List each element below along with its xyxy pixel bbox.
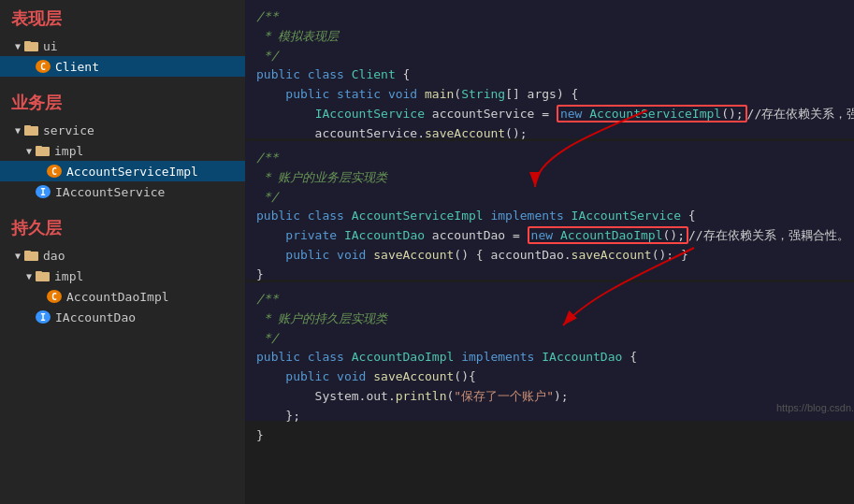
tree-item-impl[interactable]: ▼ impl	[0, 140, 245, 161]
code-block-presentation: /** * 模拟表现层 */ public class Client { pub…	[245, 0, 854, 138]
tree-label-dao: dao	[43, 249, 65, 263]
svg-rect-7	[24, 251, 31, 253]
presentation-tree: ▼ ui C Client	[0, 34, 245, 79]
interface-icon-ias: I	[36, 185, 51, 198]
folder-icon	[24, 123, 39, 137]
folder-icon	[24, 249, 39, 262]
tree-label-service: service	[43, 123, 94, 137]
tree-label-asi: AccountServiceImpl	[66, 165, 198, 179]
presentation-layer-section: 表现层 ▼ ui C Client	[0, 0, 245, 79]
interface-icon-iad: I	[36, 310, 51, 324]
arrow-down-icon: ▼	[11, 41, 24, 51]
tree-item-ui[interactable]: ▼ ui	[0, 36, 245, 56]
svg-rect-5	[36, 146, 42, 149]
class-icon-client: C	[36, 60, 51, 73]
code-block-service: /** * 账户的业务层实现类 */ public class AccountS…	[245, 141, 854, 280]
business-layer-section: 业务层 ▼ service ▼	[0, 84, 245, 204]
tree-item-client[interactable]: C Client	[0, 56, 245, 77]
watermark: https://blog.csdn.net/STILLxjy	[776, 400, 854, 417]
folder-icon	[36, 269, 51, 282]
tree-item-iaccountdao[interactable]: I IAccountDao	[0, 307, 245, 327]
persistence-layer-title: 持久层	[0, 209, 245, 243]
left-panel: 表现层 ▼ ui C Client 业	[0, 0, 245, 504]
tree-label-adi: AccountDaoImpl	[66, 290, 169, 304]
tree-label-impl: impl	[54, 144, 83, 158]
class-icon-asi: C	[47, 165, 62, 178]
tree-item-dao[interactable]: ▼ dao	[0, 245, 245, 266]
arrow-down-icon: ▼	[11, 125, 24, 136]
persistence-tree: ▼ dao ▼ impl	[0, 243, 245, 329]
tree-item-accountserviceimpl[interactable]: C AccountServiceImpl	[0, 161, 245, 181]
tree-label-iad: IAccountDao	[55, 310, 136, 324]
business-tree: ▼ service ▼ impl	[0, 118, 245, 204]
arrow-down-icon: ▼	[22, 271, 36, 281]
presentation-layer-title: 表现层	[0, 0, 245, 34]
svg-rect-3	[24, 125, 31, 128]
class-icon-adi: C	[47, 290, 62, 303]
arrow-down-icon: ▼	[11, 251, 24, 261]
tree-label-client: Client	[55, 60, 99, 74]
right-panel: /** * 模拟表现层 */ public class Client { pub…	[245, 0, 854, 504]
tree-label-ias: IAccountService	[55, 185, 165, 199]
svg-rect-1	[24, 41, 31, 44]
tree-item-iaccountservice[interactable]: I IAccountService	[0, 181, 245, 202]
persistence-layer-section: 持久层 ▼ dao ▼	[0, 209, 245, 329]
code-block-dao: /** * 账户的持久层实现类 */ public class AccountD…	[245, 282, 854, 421]
svg-rect-9	[36, 271, 42, 274]
tree-label: ui	[43, 39, 58, 53]
tree-item-service[interactable]: ▼ service	[0, 120, 245, 140]
business-layer-title: 业务层	[0, 84, 245, 118]
tree-label-dao-impl: impl	[54, 269, 83, 283]
arrow-down-icon: ▼	[22, 146, 36, 156]
folder-icon	[24, 39, 39, 52]
tree-item-dao-impl[interactable]: ▼ impl	[0, 266, 245, 286]
folder-icon	[36, 144, 51, 157]
tree-item-accountdaoimpl[interactable]: C AccountDaoImpl	[0, 286, 245, 307]
